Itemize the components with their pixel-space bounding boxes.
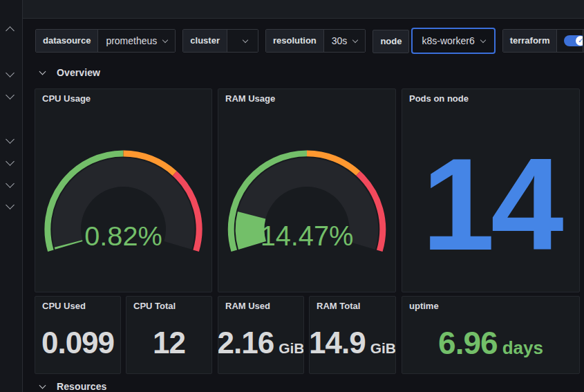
node-dropdown-focused[interactable]: k8s-worker6 (411, 28, 495, 54)
row-title: Resources (57, 381, 107, 392)
variable-cluster: cluster (182, 29, 258, 53)
cluster-dropdown[interactable] (227, 30, 258, 52)
gauge-value: 14.47% (261, 221, 354, 251)
panel-title[interactable]: RAM Used (218, 297, 303, 312)
stat-value: 6.96 (438, 327, 498, 359)
row-header-overview[interactable]: Overview (40, 67, 100, 78)
stat-body: 14 (402, 105, 579, 292)
chevron-down-icon[interactable] (6, 91, 15, 100)
resolution-dropdown[interactable]: 30s (324, 30, 366, 52)
variable-label: node (373, 30, 409, 53)
ram-used-panel: RAM Used 2.16 GiB (218, 296, 304, 374)
panel-title[interactable]: Pods on node (402, 89, 579, 105)
chevron-down-icon (162, 37, 168, 42)
stat-unit: days (502, 337, 543, 359)
stat-body: 12 (126, 312, 211, 373)
variables-toolbar: datasource prometheus cluster resolution… (35, 29, 584, 53)
ram-total-panel: RAM Total 14.9 GiB (309, 296, 396, 374)
stat-unit: GiB (370, 340, 396, 357)
chevron-down-icon (352, 37, 358, 42)
cpu-used-panel: CPU Used 0.099 (35, 296, 121, 374)
chevron-down-icon (39, 382, 46, 389)
grafana-dashboard: datasource prometheus cluster resolution… (0, 0, 584, 392)
row-header-resources[interactable]: Resources (40, 381, 107, 392)
pods-count-value: 14 (422, 138, 559, 270)
cpu-gauge: 0.82% (35, 89, 211, 292)
chevron-down-icon[interactable] (6, 135, 15, 144)
stat-body: 6.96 days (402, 312, 579, 373)
variable-label: resolution (266, 30, 324, 52)
ram-gauge: 14.47% (218, 89, 395, 292)
cpu-total-panel: CPU Total 12 (126, 296, 212, 374)
variable-node: node k8s-worker6 (373, 29, 495, 54)
stat-value: 0.099 (41, 328, 114, 358)
ram-usage-panel: RAM Usage 14.47% (218, 88, 396, 292)
cpu-usage-panel: CPU Usage 0.82% (35, 88, 212, 292)
stat-value: 2.16 (218, 328, 274, 358)
variable-label: terraform (503, 30, 558, 52)
chevron-up-icon[interactable] (6, 26, 15, 35)
chevron-down-icon (480, 37, 485, 42)
chevron-down-icon (243, 37, 248, 42)
variable-label: cluster (183, 30, 227, 52)
variable-label: datasource (36, 30, 98, 52)
stat-value: 12 (153, 328, 185, 358)
variable-resolution: resolution 30s (265, 29, 366, 53)
variable-datasource: datasource prometheus (35, 29, 176, 53)
terraform-toggle[interactable]: ✓ (564, 35, 584, 46)
left-sidebar (0, 0, 23, 392)
row-title: Overview (57, 67, 100, 78)
chevron-down-icon[interactable] (6, 68, 15, 77)
chevron-down-icon[interactable] (6, 179, 15, 188)
chevron-down-icon (39, 68, 46, 75)
dropdown-value: 30s (332, 35, 348, 46)
terraform-toggle-area: ✓ (557, 30, 584, 52)
panel-title[interactable]: CPU Used (35, 297, 120, 312)
stat-unit: GiB (279, 340, 304, 357)
chevron-down-icon[interactable] (6, 157, 15, 166)
uptime-panel: uptime 6.96 days (402, 296, 580, 374)
variable-terraform: terraform ✓ (502, 29, 584, 53)
pods-on-node-panel: Pods on node 14 (402, 88, 580, 292)
stat-body: 14.9 GiB (310, 312, 395, 373)
datasource-dropdown[interactable]: prometheus (98, 30, 175, 52)
stat-body: 0.099 (35, 312, 120, 373)
dropdown-value: k8s-worker6 (422, 35, 474, 46)
panel-title[interactable]: RAM Total (310, 297, 395, 312)
dropdown-value: prometheus (106, 35, 157, 46)
top-header-strip (23, 0, 584, 19)
gauge-value: 0.82% (84, 221, 162, 251)
stat-value: 14.9 (309, 328, 366, 358)
chevron-down-icon[interactable] (6, 200, 15, 209)
panel-title[interactable]: uptime (402, 297, 579, 312)
panel-title[interactable]: CPU Total (126, 297, 211, 312)
stat-body: 2.16 GiB (218, 312, 303, 373)
